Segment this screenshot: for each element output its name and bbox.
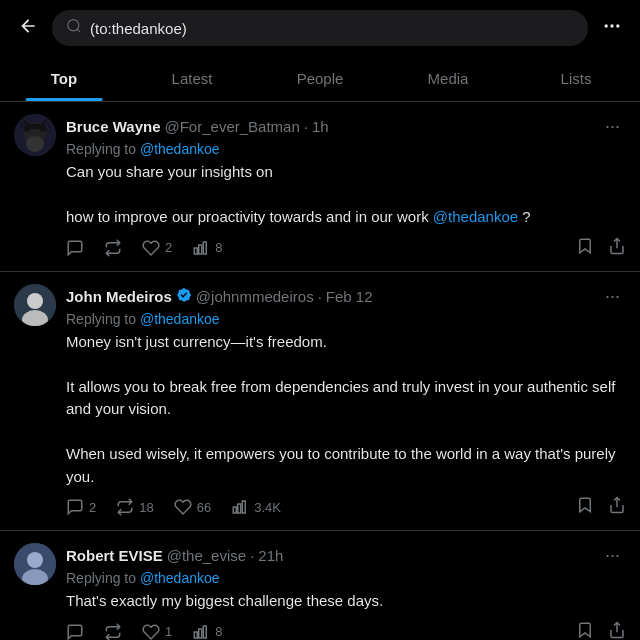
avatar	[14, 543, 56, 585]
views-button[interactable]: 8	[192, 239, 222, 257]
reply-button[interactable]	[66, 623, 84, 641]
tab-media[interactable]: Media	[384, 56, 512, 101]
tweet-text: Money isn't just currency—it's freedom. …	[66, 331, 626, 489]
bookmark-button[interactable]	[576, 621, 594, 641]
svg-rect-13	[233, 507, 236, 513]
svg-point-2	[616, 24, 619, 27]
bookmark-button[interactable]	[576, 237, 594, 259]
avatar	[14, 114, 56, 156]
tweet-more-button[interactable]: ···	[599, 543, 626, 568]
tweet-more-button[interactable]: ···	[599, 284, 626, 309]
svg-point-0	[605, 24, 608, 27]
svg-rect-20	[194, 632, 197, 638]
tweet-time: 21h	[258, 547, 283, 564]
tweet-more-button[interactable]: ···	[599, 114, 626, 139]
retweet-button[interactable]	[104, 239, 122, 257]
svg-rect-8	[203, 242, 206, 254]
tweet-actions: 2 18 66 3.4K	[66, 496, 626, 518]
tweet-share-actions	[576, 237, 626, 259]
share-button[interactable]	[608, 621, 626, 641]
tweet-share-actions	[576, 621, 626, 641]
svg-rect-15	[242, 501, 245, 513]
views-button[interactable]: 8	[192, 623, 222, 641]
tweet-actions: 2 8	[66, 237, 626, 259]
tweet-text: Can you share your insights on how to im…	[66, 161, 626, 229]
retweet-button[interactable]: 18	[116, 498, 153, 516]
back-button[interactable]	[14, 12, 42, 45]
more-options-button[interactable]	[598, 12, 626, 45]
avatar	[14, 284, 56, 326]
username: @johnmmedeiros	[196, 288, 314, 305]
tweet-body: Bruce Wayne @For_ever_Batman · 1h ··· Re…	[66, 114, 626, 259]
reply-button[interactable]: 2	[66, 498, 96, 516]
search-icon	[66, 18, 82, 38]
tab-latest[interactable]: Latest	[128, 56, 256, 101]
tweet-meta: John Medeiros @johnmmedeiros · Feb 12	[66, 287, 373, 306]
tweet-header: Bruce Wayne @For_ever_Batman · 1h ···	[66, 114, 626, 139]
verified-badge	[176, 287, 192, 306]
tweet-body: John Medeiros @johnmmedeiros · Feb 12 ··…	[66, 284, 626, 519]
search-bar[interactable]: (to:thedankoe)	[52, 10, 588, 46]
header: (to:thedankoe)	[0, 0, 640, 56]
tweet-body: Robert EVISE @the_evise · 21h ··· Replyi…	[66, 543, 626, 640]
share-button[interactable]	[608, 237, 626, 259]
tweet-card: Robert EVISE @the_evise · 21h ··· Replyi…	[0, 531, 640, 640]
tab-lists[interactable]: Lists	[512, 56, 640, 101]
retweet-button[interactable]	[104, 623, 122, 641]
svg-point-5	[26, 136, 44, 152]
svg-point-18	[27, 552, 43, 568]
tab-top[interactable]: Top	[0, 56, 128, 101]
svg-rect-14	[238, 504, 241, 513]
svg-rect-6	[194, 248, 197, 254]
tweet-text: That's exactly my biggest challenge thes…	[66, 590, 626, 613]
tweet-actions: 1 8	[66, 621, 626, 641]
display-name: Bruce Wayne	[66, 118, 160, 135]
display-name: John Medeiros	[66, 288, 172, 305]
replying-to: Replying to @thedankoe	[66, 570, 626, 586]
views-button[interactable]: 3.4K	[231, 498, 281, 516]
svg-point-1	[610, 24, 613, 27]
tabs-bar: Top Latest People Media Lists	[0, 56, 640, 102]
tweet-meta: Bruce Wayne @For_ever_Batman · 1h	[66, 118, 329, 135]
svg-rect-7	[199, 245, 202, 254]
tweet-header: John Medeiros @johnmmedeiros · Feb 12 ··…	[66, 284, 626, 309]
like-button[interactable]: 2	[142, 239, 172, 257]
svg-rect-22	[203, 626, 206, 638]
tweet-meta: Robert EVISE @the_evise · 21h	[66, 547, 283, 564]
reply-button[interactable]	[66, 239, 84, 257]
svg-rect-21	[199, 629, 202, 638]
tab-people[interactable]: People	[256, 56, 384, 101]
like-button[interactable]: 1	[142, 623, 172, 641]
replying-to: Replying to @thedankoe	[66, 141, 626, 157]
tweet-card: John Medeiros @johnmmedeiros · Feb 12 ··…	[0, 272, 640, 532]
svg-point-11	[27, 293, 43, 309]
share-button[interactable]	[608, 496, 626, 518]
display-name: Robert EVISE	[66, 547, 163, 564]
tweet-time: Feb 12	[326, 288, 373, 305]
like-button[interactable]: 66	[174, 498, 211, 516]
tweet-card: Bruce Wayne @For_ever_Batman · 1h ··· Re…	[0, 102, 640, 272]
username: @For_ever_Batman	[164, 118, 299, 135]
tweet-header: Robert EVISE @the_evise · 21h ···	[66, 543, 626, 568]
search-query: (to:thedankoe)	[90, 20, 187, 37]
tweet-share-actions	[576, 496, 626, 518]
tweet-time: 1h	[312, 118, 329, 135]
bookmark-button[interactable]	[576, 496, 594, 518]
username: @the_evise	[167, 547, 246, 564]
replying-to: Replying to @thedankoe	[66, 311, 626, 327]
